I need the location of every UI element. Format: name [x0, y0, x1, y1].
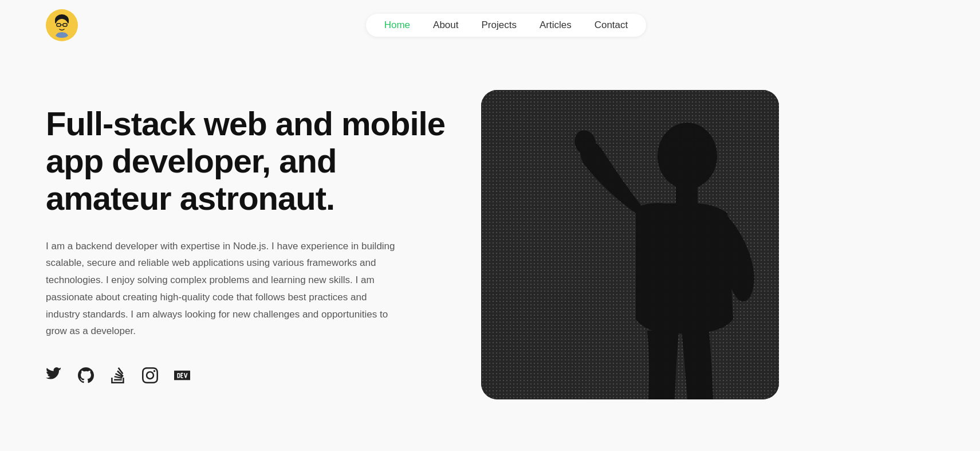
nav-articles[interactable]: Articles — [540, 19, 572, 31]
svg-point-3 — [56, 19, 68, 33]
devto-link[interactable] — [174, 367, 190, 383]
hero-headline: Full-stack web and mobile app developer,… — [46, 105, 447, 217]
github-icon — [78, 367, 94, 383]
hero-image-section — [481, 90, 779, 399]
main-nav: Home About Projects Articles Contact — [366, 14, 647, 37]
instagram-icon — [142, 367, 158, 383]
hero-section: Full-stack web and mobile app developer,… — [0, 50, 980, 450]
svg-point-7 — [658, 123, 717, 189]
nav-home[interactable]: Home — [384, 19, 410, 31]
nav-projects[interactable]: Projects — [482, 19, 517, 31]
twitter-icon — [46, 367, 62, 383]
person-silhouette — [550, 101, 762, 399]
nav-contact[interactable]: Contact — [595, 19, 628, 31]
nav-about[interactable]: About — [433, 19, 458, 31]
stackoverflow-icon — [110, 367, 126, 383]
devto-icon — [174, 367, 190, 383]
instagram-link[interactable] — [142, 367, 158, 383]
social-links — [46, 367, 447, 383]
twitter-link[interactable] — [46, 367, 62, 383]
stackoverflow-link[interactable] — [110, 367, 126, 383]
avatar-logo[interactable] — [46, 9, 78, 41]
github-link[interactable] — [78, 367, 94, 383]
hero-image — [481, 90, 779, 399]
hero-bio: I am a backend developer with expertise … — [46, 238, 401, 340]
site-header: Home About Projects Articles Contact — [0, 0, 980, 50]
hero-content: Full-stack web and mobile app developer,… — [46, 105, 447, 383]
